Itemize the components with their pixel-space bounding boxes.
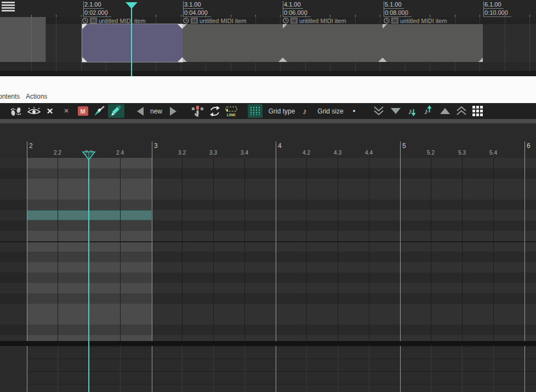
piano-row [152,189,536,200]
triangle-up-icon[interactable] [438,103,452,119]
midi-item-selected[interactable] [82,24,183,62]
arrange-ruler-tick [480,15,480,17]
grid-measure-line [276,141,276,341]
ruler-time-label[interactable]: 0:06.000 [283,9,311,17]
grid-toggle-icon[interactable] [248,104,263,118]
swap-sync-icon[interactable] [208,103,222,119]
next-item-icon[interactable] [168,103,179,119]
new-item-label[interactable]: new [148,103,164,119]
piano-row [0,252,27,262]
grid-type-label[interactable]: Grid type [266,103,297,119]
piano-row [152,272,536,283]
clock-icon [384,18,390,24]
paintbrush-tool-icon[interactable] [93,103,106,119]
editor-playhead-line [88,152,89,392]
clear-all-x-icon[interactable]: ✕ [44,103,55,119]
arrange-view: 2.1.000:02.0003.1.000:04.0004.1.000:06.0… [0,0,536,76]
arrange-ruler-tick [455,15,455,17]
item-mute-icon[interactable]: M [391,18,398,24]
piano-roll-outside-region[interactable] [152,158,536,341]
grid-beat-line [120,158,121,341]
piano-row [0,220,27,231]
cc-beat-line [431,346,431,392]
arrange-playhead-marker[interactable] [126,2,138,9]
piano-row [0,168,27,179]
ruler-bar-label[interactable]: 5.1.00 [384,1,404,9]
arrange-beat-gridline [529,15,530,71]
grid-3x3-icon[interactable] [471,103,484,119]
cc-measure-line [152,346,152,392]
midi-editor: 234562.22.32.43.23.33.44.24.34.45.25.35.… [0,123,536,392]
arrange-ruler-tick [81,15,82,17]
arrange-beat-gridline [31,15,32,71]
item-corner-mark [283,24,287,29]
piano-row [152,304,536,314]
item-label: Muntitled MIDI item [283,17,346,24]
note-transpose-up-icon[interactable]: ♪ [421,103,435,119]
unhide-eye-icon[interactable] [26,103,42,119]
link-icon[interactable]: LINK [223,103,240,119]
piano-row [152,179,536,189]
piano-row [152,262,536,272]
dot-icon[interactable]: • [350,103,358,119]
prev-item-icon[interactable] [135,103,146,119]
triangle-down-icon[interactable] [389,103,402,119]
editor-beat-label: 3.4 [241,150,248,156]
piano-roll-left-margin [0,158,27,341]
ruler-bar-label[interactable]: 6.1.00 [483,1,504,9]
clear-small-x-icon[interactable]: ✕ [62,103,71,119]
grid-size-label[interactable]: Grid size [315,103,346,119]
pencil-tool-icon[interactable] [108,104,124,118]
chevron-double-down-icon[interactable] [372,103,386,119]
grid-beat-line [431,158,431,341]
chevron-double-up-icon[interactable] [454,103,469,119]
piano-row [0,335,27,341]
note-transpose-down-icon[interactable]: ♪ [405,103,419,119]
piano-row [27,231,152,241]
midi-item[interactable] [283,24,383,62]
editor-measure-label: 2 [29,142,33,150]
cc-beat-line [120,346,121,392]
menu-actions[interactable]: Actions [26,93,47,100]
ruler-time-label[interactable]: 0:02.000 [83,9,111,17]
item-mute-icon[interactable]: M [90,18,97,24]
midi-item[interactable] [183,24,283,62]
item-mute-icon[interactable]: M [290,18,298,24]
arrange-ruler-tick [31,15,32,17]
hand-step-notes-icon[interactable] [191,103,205,119]
arrange-ruler-tick [181,15,181,17]
step-input-footprints-icon[interactable] [9,103,23,119]
eighth-note-icon[interactable]: ♪ [300,103,309,119]
ruler-bar-label[interactable]: 3.1.00 [183,1,203,9]
item-mute-icon[interactable]: M [191,18,198,24]
piano-roll-active-item-region[interactable] [27,158,152,341]
ruler-time-label[interactable]: 0:10.000 [483,9,511,17]
midi-note[interactable] [27,210,152,220]
ruler-time-label[interactable]: 0:08.000 [384,9,412,17]
piano-row [27,314,152,325]
editor-measure-label: 3 [154,142,158,150]
ruler-time-label[interactable]: 0:04.000 [183,9,211,17]
ruler-bar-label[interactable]: 2.1.00 [83,1,104,9]
editor-playhead-marker[interactable] [82,151,96,161]
item-label: Muntitled MIDI item [384,17,447,24]
mute-m-icon[interactable]: M [77,103,89,119]
piano-row [0,262,27,272]
arrange-ruler-tick [56,15,56,17]
ruler-bar-label[interactable]: 4.1.00 [283,1,303,9]
menu-contents[interactable]: ontents [0,93,20,100]
cc-horizontal-line [27,384,536,384]
item-label-text: untitled MIDI item [199,18,247,24]
piano-row [0,325,27,335]
arrange-ruler-tick [355,15,356,17]
midi-item[interactable] [383,24,483,62]
grid-beat-line [493,158,494,341]
item-corner-mark [478,58,483,62]
arrange-playhead-line [131,2,132,76]
cc-horizontal-line [27,371,536,372]
cc-beat-line [213,346,214,392]
piano-row [27,293,152,304]
midi-editor-toolbar: ✕ ✕ M new [0,103,536,119]
cc-horizontal-line [27,359,536,359]
lane-divider[interactable] [0,341,536,346]
